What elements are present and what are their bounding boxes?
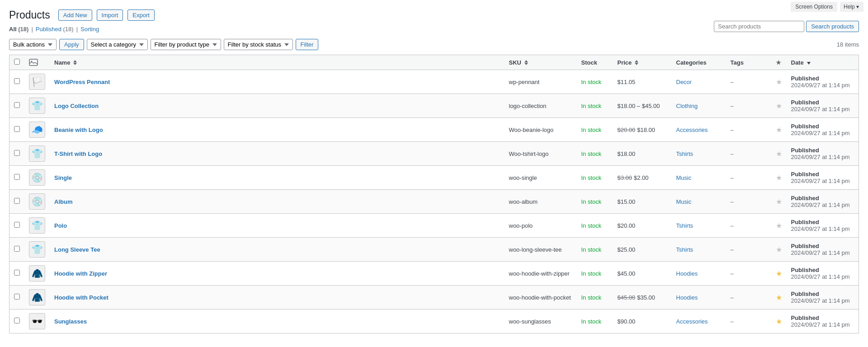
category-link[interactable]: Clothing <box>676 103 698 109</box>
product-name-link[interactable]: Hoodie with Pocket <box>54 294 108 301</box>
featured-star-icon[interactable]: ★ <box>776 294 782 301</box>
category-link[interactable]: Accessories <box>676 127 708 133</box>
product-date-cell: Published2024/09/27 at 1:14 pm <box>787 286 859 309</box>
add-new-button[interactable]: Add New <box>58 9 92 21</box>
category-link[interactable]: Hoodies <box>676 294 698 301</box>
price-col-header[interactable]: Price <box>613 55 672 70</box>
subnav-published[interactable]: Published (18) <box>36 26 74 33</box>
date-sort-icon <box>807 59 811 66</box>
name-col-header[interactable]: Name <box>50 55 505 70</box>
export-button[interactable]: Export <box>127 9 155 21</box>
row-checkbox[interactable] <box>14 150 20 156</box>
import-button[interactable]: Import <box>97 9 123 21</box>
product-name-link[interactable]: Logo Collection <box>54 103 99 109</box>
date-col-header[interactable]: Date <box>787 55 859 70</box>
product-name-link[interactable]: Sunglasses <box>54 318 87 325</box>
product-name-link[interactable]: T-Shirt with Logo <box>54 150 102 157</box>
category-link[interactable]: Decor <box>676 79 692 85</box>
table-row: 💿Singlewoo-singleIn stock$3.00$2.00Music… <box>9 166 859 190</box>
product-type-select[interactable]: Filter by product type <box>151 39 221 50</box>
search-input[interactable] <box>714 21 804 32</box>
star-header-icon: ★ <box>776 59 781 66</box>
product-name-cell: Logo Collection <box>50 94 505 118</box>
category-link[interactable]: Tshirts <box>676 222 693 229</box>
row-checkbox[interactable] <box>14 270 20 276</box>
featured-star-icon[interactable]: ★ <box>776 246 782 253</box>
date-status: Published <box>791 314 819 321</box>
date-value: 2024/09/27 at 1:14 pm <box>791 106 850 113</box>
apply-button[interactable]: Apply <box>59 39 84 50</box>
subnav-all[interactable]: All (18) <box>9 26 28 33</box>
product-tags-cell: – <box>726 118 771 142</box>
sku-col-header[interactable]: SKU <box>505 55 577 70</box>
category-link[interactable]: Hoodies <box>676 270 698 277</box>
table-row: 👕Long Sleeve Teewoo-long-sleeve-teeIn st… <box>9 238 859 262</box>
featured-star-icon[interactable]: ★ <box>776 78 782 86</box>
filter-button[interactable]: Filter <box>296 39 319 50</box>
product-name-link[interactable]: WordPress Pennant <box>54 79 110 85</box>
bulk-actions-select[interactable]: Bulk actions <box>9 39 57 50</box>
row-checkbox[interactable] <box>14 198 20 204</box>
product-price-cell: $90.00 <box>613 309 672 333</box>
product-category-cell: Music <box>672 166 726 190</box>
category-link[interactable]: Music <box>676 174 692 181</box>
product-date-cell: Published2024/09/27 at 1:14 pm <box>787 262 859 286</box>
featured-star-icon[interactable]: ★ <box>776 174 782 182</box>
category-link[interactable]: Tshirts <box>676 246 693 253</box>
row-checkbox-cell <box>9 286 25 309</box>
product-date-cell: Published2024/09/27 at 1:14 pm <box>787 118 859 142</box>
featured-star-icon[interactable]: ★ <box>776 318 782 325</box>
product-name-link[interactable]: Polo <box>54 222 67 229</box>
category-link[interactable]: Tshirts <box>676 150 693 157</box>
product-name-cell: T-Shirt with Logo <box>50 142 505 166</box>
stock-status: In stock <box>581 270 602 277</box>
product-date-cell: Published2024/09/27 at 1:14 pm <box>787 214 859 238</box>
product-price-cell: $18.00 <box>613 142 672 166</box>
product-sku-cell: woo-album <box>505 190 577 214</box>
product-thumbnail-cell: 👕 <box>24 142 50 166</box>
row-checkbox-cell <box>9 70 25 94</box>
product-name-link[interactable]: Single <box>54 174 72 181</box>
product-price: $25.00 <box>618 246 636 253</box>
product-name-link[interactable]: Beanie with Logo <box>54 127 103 133</box>
featured-cell: ★ <box>771 70 787 94</box>
featured-cell: ★ <box>771 94 787 118</box>
row-checkbox[interactable] <box>14 246 20 252</box>
featured-star-icon[interactable]: ★ <box>776 126 782 134</box>
category-select[interactable]: Select a category <box>87 39 148 50</box>
product-thumbnail-cell: 🕶️ <box>24 309 50 333</box>
featured-star-icon[interactable]: ★ <box>776 222 782 230</box>
product-stock-cell: In stock <box>577 94 613 118</box>
category-link[interactable]: Accessories <box>676 318 708 325</box>
product-name-link[interactable]: Album <box>54 198 72 205</box>
category-link[interactable]: Music <box>676 198 692 205</box>
product-name-link[interactable]: Long Sleeve Tee <box>54 246 100 253</box>
row-checkbox-cell <box>9 262 25 286</box>
select-all-checkbox[interactable] <box>14 59 20 65</box>
row-checkbox[interactable] <box>14 222 20 228</box>
product-stock-cell: In stock <box>577 118 613 142</box>
stock-status-select[interactable]: Filter by stock status <box>224 39 293 50</box>
featured-star-icon[interactable]: ★ <box>776 102 782 110</box>
product-tags-cell: – <box>726 214 771 238</box>
product-stock-cell: In stock <box>577 262 613 286</box>
product-name-link[interactable]: Hoodie with Zipper <box>54 270 107 277</box>
date-value: 2024/09/27 at 1:14 pm <box>791 273 850 280</box>
search-products-button[interactable]: Search products <box>806 21 859 32</box>
featured-star-icon[interactable]: ★ <box>776 150 782 158</box>
row-checkbox[interactable] <box>14 318 20 324</box>
date-status: Published <box>791 291 819 297</box>
product-date-cell: Published2024/09/27 at 1:14 pm <box>787 309 859 333</box>
featured-star-icon[interactable]: ★ <box>776 198 782 206</box>
row-checkbox[interactable] <box>14 174 20 180</box>
row-checkbox[interactable] <box>14 78 20 84</box>
subnav-sorting[interactable]: Sorting <box>80 26 99 33</box>
featured-star-icon[interactable]: ★ <box>776 270 782 277</box>
product-thumbnail-cell: 🧢 <box>24 118 50 142</box>
stock-status: In stock <box>581 127 602 133</box>
row-checkbox[interactable] <box>14 126 20 132</box>
row-checkbox[interactable] <box>14 102 20 108</box>
row-checkbox[interactable] <box>14 294 20 300</box>
date-status: Published <box>791 75 819 82</box>
stock-status: In stock <box>581 222 602 229</box>
